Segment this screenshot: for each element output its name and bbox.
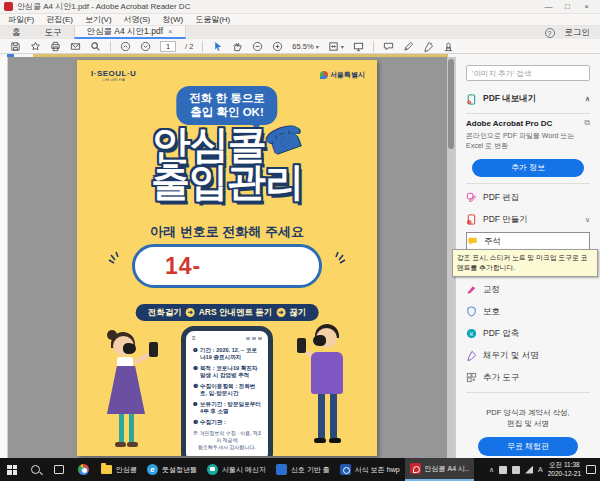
start-button[interactable]	[0, 458, 24, 481]
window-title: 안심콜 A4 시안1.pdf - Adobe Acrobat Reader DC	[17, 1, 190, 12]
woman-illustration	[93, 330, 171, 456]
divider	[466, 113, 590, 114]
zoom-level-dropdown[interactable]: 65.5% ▾	[292, 42, 318, 51]
more-tools-icon	[466, 372, 477, 383]
star-icon[interactable]	[30, 41, 41, 52]
select-tool-icon[interactable]	[212, 41, 223, 52]
minimize-icon[interactable]: —	[539, 0, 558, 13]
free-trial-button[interactable]: 무료 체험판	[478, 437, 578, 456]
woman-shoe	[127, 442, 138, 447]
tool-label: 추가 도구	[483, 372, 519, 384]
full-screen-icon[interactable]	[353, 41, 364, 52]
network-icon[interactable]	[525, 466, 533, 474]
item-number: ❸	[193, 383, 198, 397]
menu-help[interactable]: 도움말(H)	[195, 14, 230, 25]
tab-close-icon[interactable]: ×	[168, 27, 173, 36]
page-total-label: / 2	[185, 42, 193, 51]
sidebar-item-fill-sign[interactable]: 채우기 및 서명	[466, 346, 590, 366]
taskbar-chrome[interactable]	[71, 458, 96, 481]
taskbar-messenger-window[interactable]: 서울시 메신저	[202, 458, 271, 481]
fit-page-dropdown[interactable]: ▾	[328, 41, 344, 52]
fill-sign-icon	[466, 350, 477, 361]
login-button[interactable]: 로그인	[565, 27, 591, 39]
scrollbar-thumb[interactable]	[448, 59, 454, 149]
stamp-tool-icon[interactable]	[443, 41, 454, 52]
sign-pen-icon[interactable]	[403, 41, 414, 52]
taskbar-folder-window[interactable]: 안심콜	[96, 458, 142, 481]
item-number: ❺	[193, 419, 198, 426]
comment-icon[interactable]	[383, 41, 394, 52]
promo-line1: PDF 양식과 계약서 작성,	[466, 407, 590, 418]
acrobat-window: 안심콜 A4 시안1.pdf - Adobe Acrobat Reader DC…	[0, 0, 600, 481]
close-icon[interactable]: ×	[577, 0, 596, 13]
compress-pdf-icon	[466, 328, 477, 339]
menu-sign[interactable]: 서명(S)	[124, 14, 151, 25]
tab-document[interactable]: 안심콜 A4 시안1.pdf ×	[74, 26, 186, 39]
sidebar-item-export-pdf[interactable]: PDF 내보내기 ∧	[466, 89, 590, 109]
menu-file[interactable]: 파일(F)	[8, 14, 34, 25]
task-view-button[interactable]	[47, 458, 71, 481]
chevron-down-icon[interactable]: ∨	[585, 216, 590, 224]
tab-tools[interactable]: 도구	[33, 26, 74, 39]
pdf-page-poster: I·SEOUL·U 나와 너의 서울 서울특별시 전화 한 통으로 출입 확인 …	[77, 60, 377, 456]
menu-window[interactable]: 창(W)	[162, 14, 183, 25]
taskbar-search-button[interactable]	[24, 458, 47, 481]
maximize-icon[interactable]: □	[558, 0, 577, 13]
page-number-input[interactable]	[160, 41, 176, 52]
item-text: 수집이용항목 : 전화번호, 입·방문시간	[200, 383, 261, 397]
email-icon[interactable]	[70, 41, 81, 52]
next-page-icon[interactable]	[140, 41, 151, 52]
help-icon[interactable]: ?	[545, 28, 555, 38]
link-icon: ⧉	[584, 118, 590, 128]
taskbar-clock[interactable]: 오전 11:38 2020-12-21	[548, 461, 581, 478]
smartphone-screen: ≡ ❶ 기간 : 2020. 12. ~ 코로나19 종료시까지 ❷ 목적 : …	[188, 333, 266, 456]
taskbar-acrobat-window[interactable]: 안심콜 A4 시..	[405, 458, 474, 481]
man-leg	[318, 394, 325, 438]
navigation-rail[interactable]	[0, 57, 8, 458]
tool-label: 보호	[483, 306, 500, 318]
tools-search-input[interactable]	[466, 65, 590, 81]
comment-tooltip: 강조 표시, 스티커 노트 및 마크업 도구로 코멘트를 추가합니다.	[452, 249, 598, 277]
sidebar-item-protect[interactable]: 보호	[466, 302, 590, 322]
blue-app-icon	[276, 464, 287, 475]
ime-indicator[interactable]: A	[538, 466, 543, 473]
print-icon[interactable]	[50, 41, 61, 52]
more-info-button[interactable]: 추가 정보	[472, 159, 584, 177]
export-pdf-label: PDF 내보내기	[483, 93, 536, 105]
edit-pdf-icon	[466, 192, 477, 203]
sidebar-item-redact[interactable]: 교정	[466, 280, 590, 300]
save-icon[interactable]	[10, 41, 21, 52]
emphasis-lines-right	[331, 250, 347, 266]
chevron-down-icon: ▾	[316, 43, 319, 50]
hand-tool-icon[interactable]	[232, 41, 243, 52]
speech-bubble: 전화 한 통으로 출입 확인 OK!	[176, 86, 277, 125]
tray-chevron-icon[interactable]: ∧	[489, 466, 494, 474]
sidebar-item-more-tools[interactable]: 추가 도구	[466, 368, 590, 388]
tab-home[interactable]: 홈	[0, 26, 33, 39]
taskbar-hwp-window[interactable]: 서식 보존 hwp	[335, 458, 405, 481]
action-center-icon[interactable]	[586, 465, 596, 474]
menu-edit[interactable]: 편집(E)	[46, 14, 73, 25]
zoom-out-icon[interactable]	[252, 41, 263, 52]
sidebar-item-compress-pdf[interactable]: PDF 압축	[466, 324, 590, 344]
taskbar: 안심콜 e 웃설청년들 서울시 메신저 신호 기반 출 서식 보존 hwp 안심…	[0, 458, 600, 481]
arrow-icon: ➔	[186, 308, 195, 317]
tray-app-icon[interactable]	[512, 466, 520, 474]
chevron-up-icon[interactable]: ∧	[585, 95, 590, 103]
tool-label: 채우기 및 서명	[483, 350, 539, 362]
hamburger-icon: ≡	[192, 335, 196, 341]
sidebar-item-edit-pdf[interactable]: PDF 편집	[466, 188, 590, 208]
taskbar-signal-app-window[interactable]: 신호 기반 출	[271, 458, 335, 481]
man-shirt	[311, 352, 343, 394]
sidebar-item-create-pdf[interactable]: PDF 만들기 ∨	[466, 210, 590, 230]
zoom-in-icon[interactable]	[272, 41, 283, 52]
export-description: 온라인으로 PDF 파일을 Word 또는 Excel 로 변환	[466, 131, 590, 151]
item-number: ❹	[193, 401, 198, 415]
fill-sign-icon[interactable]	[423, 41, 434, 52]
export-pdf-icon	[466, 94, 477, 105]
menu-view[interactable]: 보기(V)	[85, 14, 112, 25]
taskbar-ie-window[interactable]: e 웃설청년들	[142, 458, 202, 481]
previous-page-icon[interactable]	[120, 41, 131, 52]
tray-app-icon[interactable]	[499, 466, 507, 474]
search-icon[interactable]	[90, 41, 101, 52]
